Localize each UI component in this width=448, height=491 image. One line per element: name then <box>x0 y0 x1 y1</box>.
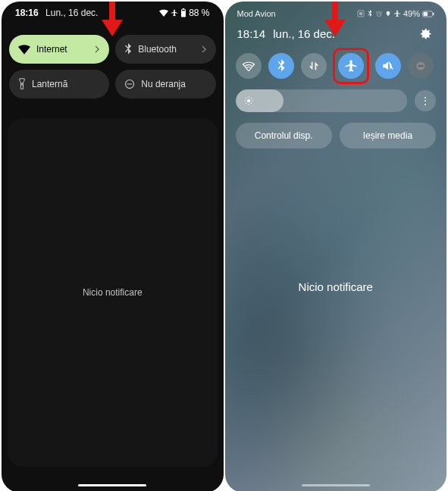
chevron-right-icon <box>202 45 207 53</box>
tile-label: Internet <box>36 44 67 55</box>
qs-round-row <box>225 50 447 86</box>
gear-icon <box>418 27 432 40</box>
clock-time: 18:14 <box>237 27 266 40</box>
location-icon <box>385 10 391 17</box>
status-date: Lun., 16 dec. <box>45 8 98 18</box>
annotation-arrow-icon <box>102 2 123 36</box>
no-notification-text: Nicio notificare <box>83 287 143 298</box>
annotation-arrow-icon <box>324 2 346 36</box>
svg-rect-9 <box>433 12 434 15</box>
qs-airplane[interactable] <box>338 53 364 79</box>
nav-handle[interactable] <box>302 484 370 486</box>
tile-label: Bluetooth <box>138 44 177 55</box>
nav-handle[interactable] <box>78 484 146 486</box>
qs-wifi[interactable] <box>236 53 262 79</box>
data-arrows-icon <box>308 60 320 72</box>
nfc-icon: N <box>357 10 365 17</box>
notification-panel[interactable]: Nicio notificare <box>8 118 218 467</box>
airplane-icon <box>393 10 401 17</box>
tile-label: Nu deranja <box>141 79 186 89</box>
qs-mute[interactable] <box>375 53 401 79</box>
qs-more[interactable] <box>408 53 434 79</box>
bluetooth-icon <box>124 43 132 55</box>
pill-label: Ieșire media <box>363 130 412 141</box>
tile-label: Lanternă <box>32 79 67 89</box>
tile-flashlight[interactable]: Lanternă <box>9 70 109 99</box>
media-output-button[interactable]: Ieșire media <box>340 123 436 149</box>
svg-rect-1 <box>183 8 184 9</box>
status-time: 18:16 <box>15 8 39 18</box>
svg-rect-10 <box>424 11 428 16</box>
svg-line-20 <box>250 103 251 104</box>
brightness-row: ⋮ <box>225 86 447 120</box>
mute-icon <box>381 60 395 72</box>
control-pills: Controlul disp. Ieșire media <box>225 120 447 152</box>
svg-line-21 <box>246 103 246 104</box>
airplane-highlight <box>333 48 369 84</box>
airplane-icon <box>171 9 178 17</box>
svg-line-22 <box>250 98 251 99</box>
sun-icon <box>243 95 254 106</box>
settings-button[interactable] <box>416 24 434 42</box>
pill-label: Controlul disp. <box>255 130 313 141</box>
wifi-icon <box>159 9 168 17</box>
phone-right-xiaomi: Mod Avion N 49% 18:14 lun., 16 dec. <box>225 2 447 491</box>
more-dots-icon: ⋮ <box>420 95 431 107</box>
airplane-mode-label: Mod Avion <box>237 9 276 18</box>
brightness-more-button[interactable]: ⋮ <box>415 90 436 111</box>
bluetooth-icon <box>367 10 373 17</box>
svg-text:N: N <box>359 11 362 16</box>
phone-left-android: 18:16 Lun., 16 dec. 88 % Internet Blueto… <box>2 2 224 491</box>
tile-dnd[interactable]: Nu deranja <box>115 70 215 99</box>
chevron-right-icon <box>95 45 100 53</box>
battery-text: 88 % <box>189 8 209 18</box>
battery-text: 49% <box>403 9 420 18</box>
qs-data[interactable] <box>301 53 327 79</box>
minus-circle-icon <box>415 61 426 71</box>
bluetooth-icon <box>277 59 286 73</box>
device-control-button[interactable]: Controlul disp. <box>236 123 332 149</box>
flashlight-icon <box>18 78 26 90</box>
no-notification-text: Nicio notificare <box>225 280 447 293</box>
wifi-icon <box>18 44 30 55</box>
wifi-icon <box>242 61 255 71</box>
airplane-icon <box>344 59 358 73</box>
svg-rect-2 <box>182 10 185 11</box>
tile-bluetooth[interactable]: Bluetooth <box>115 35 215 64</box>
tile-internet[interactable]: Internet <box>9 35 109 64</box>
svg-line-19 <box>246 98 246 99</box>
svg-point-14 <box>246 99 249 102</box>
dnd-icon <box>124 79 135 89</box>
qs-bluetooth[interactable] <box>268 53 294 79</box>
battery-icon <box>180 8 186 17</box>
battery-icon <box>422 11 434 17</box>
brightness-slider[interactable] <box>236 89 408 112</box>
alarm-icon <box>375 10 383 17</box>
